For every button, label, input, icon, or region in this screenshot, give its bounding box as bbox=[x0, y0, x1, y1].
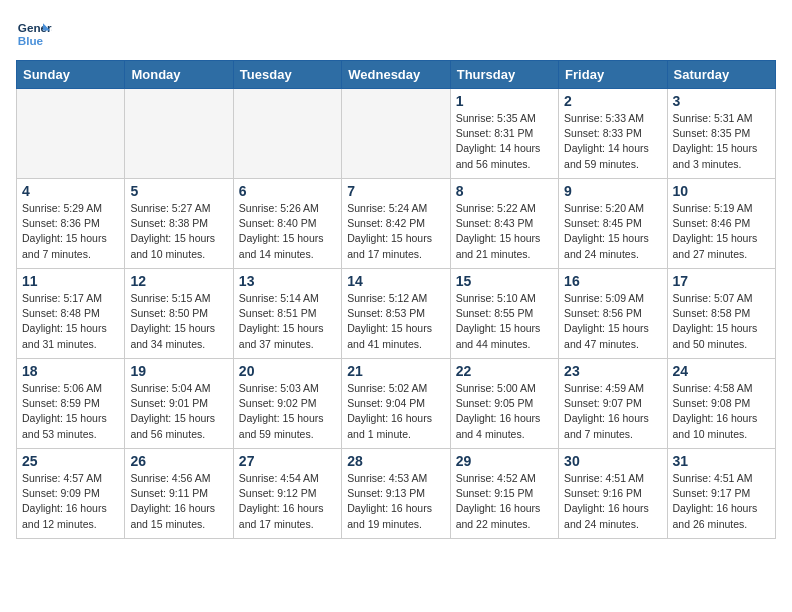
calendar-cell: 31Sunrise: 4:51 AMSunset: 9:17 PMDayligh… bbox=[667, 449, 775, 539]
day-number: 3 bbox=[673, 93, 770, 109]
day-info: Sunrise: 5:33 AMSunset: 8:33 PMDaylight:… bbox=[564, 111, 661, 172]
weekday-header: Monday bbox=[125, 61, 233, 89]
day-info: Sunrise: 4:59 AMSunset: 9:07 PMDaylight:… bbox=[564, 381, 661, 442]
day-info: Sunrise: 5:06 AMSunset: 8:59 PMDaylight:… bbox=[22, 381, 119, 442]
day-number: 1 bbox=[456, 93, 553, 109]
day-number: 9 bbox=[564, 183, 661, 199]
calendar-cell: 18Sunrise: 5:06 AMSunset: 8:59 PMDayligh… bbox=[17, 359, 125, 449]
day-number: 18 bbox=[22, 363, 119, 379]
calendar-cell: 30Sunrise: 4:51 AMSunset: 9:16 PMDayligh… bbox=[559, 449, 667, 539]
day-info: Sunrise: 5:14 AMSunset: 8:51 PMDaylight:… bbox=[239, 291, 336, 352]
day-info: Sunrise: 5:03 AMSunset: 9:02 PMDaylight:… bbox=[239, 381, 336, 442]
day-number: 14 bbox=[347, 273, 444, 289]
calendar-cell: 13Sunrise: 5:14 AMSunset: 8:51 PMDayligh… bbox=[233, 269, 341, 359]
calendar-cell: 28Sunrise: 4:53 AMSunset: 9:13 PMDayligh… bbox=[342, 449, 450, 539]
calendar-cell bbox=[342, 89, 450, 179]
calendar-cell: 15Sunrise: 5:10 AMSunset: 8:55 PMDayligh… bbox=[450, 269, 558, 359]
calendar-cell: 7Sunrise: 5:24 AMSunset: 8:42 PMDaylight… bbox=[342, 179, 450, 269]
calendar-body: 1Sunrise: 5:35 AMSunset: 8:31 PMDaylight… bbox=[17, 89, 776, 539]
calendar-cell: 11Sunrise: 5:17 AMSunset: 8:48 PMDayligh… bbox=[17, 269, 125, 359]
day-info: Sunrise: 4:58 AMSunset: 9:08 PMDaylight:… bbox=[673, 381, 770, 442]
day-number: 16 bbox=[564, 273, 661, 289]
day-info: Sunrise: 5:31 AMSunset: 8:35 PMDaylight:… bbox=[673, 111, 770, 172]
day-number: 31 bbox=[673, 453, 770, 469]
day-number: 5 bbox=[130, 183, 227, 199]
day-number: 6 bbox=[239, 183, 336, 199]
day-info: Sunrise: 5:10 AMSunset: 8:55 PMDaylight:… bbox=[456, 291, 553, 352]
day-number: 17 bbox=[673, 273, 770, 289]
calendar-week-row: 4Sunrise: 5:29 AMSunset: 8:36 PMDaylight… bbox=[17, 179, 776, 269]
day-number: 7 bbox=[347, 183, 444, 199]
page-header: General Blue bbox=[16, 16, 776, 52]
day-info: Sunrise: 5:15 AMSunset: 8:50 PMDaylight:… bbox=[130, 291, 227, 352]
calendar-cell: 5Sunrise: 5:27 AMSunset: 8:38 PMDaylight… bbox=[125, 179, 233, 269]
calendar-cell: 26Sunrise: 4:56 AMSunset: 9:11 PMDayligh… bbox=[125, 449, 233, 539]
calendar-week-row: 1Sunrise: 5:35 AMSunset: 8:31 PMDaylight… bbox=[17, 89, 776, 179]
calendar-cell: 17Sunrise: 5:07 AMSunset: 8:58 PMDayligh… bbox=[667, 269, 775, 359]
calendar-cell: 8Sunrise: 5:22 AMSunset: 8:43 PMDaylight… bbox=[450, 179, 558, 269]
day-info: Sunrise: 5:27 AMSunset: 8:38 PMDaylight:… bbox=[130, 201, 227, 262]
calendar-cell: 21Sunrise: 5:02 AMSunset: 9:04 PMDayligh… bbox=[342, 359, 450, 449]
calendar-cell: 16Sunrise: 5:09 AMSunset: 8:56 PMDayligh… bbox=[559, 269, 667, 359]
day-info: Sunrise: 5:22 AMSunset: 8:43 PMDaylight:… bbox=[456, 201, 553, 262]
calendar-cell: 3Sunrise: 5:31 AMSunset: 8:35 PMDaylight… bbox=[667, 89, 775, 179]
day-number: 25 bbox=[22, 453, 119, 469]
day-number: 30 bbox=[564, 453, 661, 469]
day-info: Sunrise: 5:09 AMSunset: 8:56 PMDaylight:… bbox=[564, 291, 661, 352]
day-info: Sunrise: 5:00 AMSunset: 9:05 PMDaylight:… bbox=[456, 381, 553, 442]
weekday-header: Tuesday bbox=[233, 61, 341, 89]
day-info: Sunrise: 4:57 AMSunset: 9:09 PMDaylight:… bbox=[22, 471, 119, 532]
day-info: Sunrise: 5:02 AMSunset: 9:04 PMDaylight:… bbox=[347, 381, 444, 442]
day-number: 20 bbox=[239, 363, 336, 379]
day-number: 21 bbox=[347, 363, 444, 379]
day-number: 28 bbox=[347, 453, 444, 469]
day-info: Sunrise: 5:12 AMSunset: 8:53 PMDaylight:… bbox=[347, 291, 444, 352]
day-info: Sunrise: 5:20 AMSunset: 8:45 PMDaylight:… bbox=[564, 201, 661, 262]
day-info: Sunrise: 5:19 AMSunset: 8:46 PMDaylight:… bbox=[673, 201, 770, 262]
day-info: Sunrise: 4:51 AMSunset: 9:16 PMDaylight:… bbox=[564, 471, 661, 532]
calendar-cell: 6Sunrise: 5:26 AMSunset: 8:40 PMDaylight… bbox=[233, 179, 341, 269]
day-info: Sunrise: 4:52 AMSunset: 9:15 PMDaylight:… bbox=[456, 471, 553, 532]
weekday-header: Saturday bbox=[667, 61, 775, 89]
calendar-week-row: 11Sunrise: 5:17 AMSunset: 8:48 PMDayligh… bbox=[17, 269, 776, 359]
day-number: 19 bbox=[130, 363, 227, 379]
weekday-header: Sunday bbox=[17, 61, 125, 89]
weekday-header: Friday bbox=[559, 61, 667, 89]
day-number: 27 bbox=[239, 453, 336, 469]
day-number: 2 bbox=[564, 93, 661, 109]
calendar-cell: 10Sunrise: 5:19 AMSunset: 8:46 PMDayligh… bbox=[667, 179, 775, 269]
day-info: Sunrise: 5:07 AMSunset: 8:58 PMDaylight:… bbox=[673, 291, 770, 352]
day-number: 22 bbox=[456, 363, 553, 379]
calendar-cell bbox=[233, 89, 341, 179]
day-info: Sunrise: 4:54 AMSunset: 9:12 PMDaylight:… bbox=[239, 471, 336, 532]
day-info: Sunrise: 4:53 AMSunset: 9:13 PMDaylight:… bbox=[347, 471, 444, 532]
calendar-cell bbox=[125, 89, 233, 179]
calendar-cell: 29Sunrise: 4:52 AMSunset: 9:15 PMDayligh… bbox=[450, 449, 558, 539]
calendar-cell: 20Sunrise: 5:03 AMSunset: 9:02 PMDayligh… bbox=[233, 359, 341, 449]
day-info: Sunrise: 5:26 AMSunset: 8:40 PMDaylight:… bbox=[239, 201, 336, 262]
day-number: 8 bbox=[456, 183, 553, 199]
day-number: 29 bbox=[456, 453, 553, 469]
logo-icon: General Blue bbox=[16, 16, 52, 52]
calendar-cell: 14Sunrise: 5:12 AMSunset: 8:53 PMDayligh… bbox=[342, 269, 450, 359]
logo: General Blue bbox=[16, 16, 52, 52]
calendar-cell: 23Sunrise: 4:59 AMSunset: 9:07 PMDayligh… bbox=[559, 359, 667, 449]
day-info: Sunrise: 5:04 AMSunset: 9:01 PMDaylight:… bbox=[130, 381, 227, 442]
calendar-week-row: 25Sunrise: 4:57 AMSunset: 9:09 PMDayligh… bbox=[17, 449, 776, 539]
day-number: 12 bbox=[130, 273, 227, 289]
day-number: 13 bbox=[239, 273, 336, 289]
calendar-cell: 1Sunrise: 5:35 AMSunset: 8:31 PMDaylight… bbox=[450, 89, 558, 179]
svg-text:Blue: Blue bbox=[18, 34, 44, 47]
calendar-cell: 19Sunrise: 5:04 AMSunset: 9:01 PMDayligh… bbox=[125, 359, 233, 449]
day-number: 24 bbox=[673, 363, 770, 379]
calendar-cell: 2Sunrise: 5:33 AMSunset: 8:33 PMDaylight… bbox=[559, 89, 667, 179]
day-info: Sunrise: 4:51 AMSunset: 9:17 PMDaylight:… bbox=[673, 471, 770, 532]
calendar-header-row: SundayMondayTuesdayWednesdayThursdayFrid… bbox=[17, 61, 776, 89]
calendar-cell: 9Sunrise: 5:20 AMSunset: 8:45 PMDaylight… bbox=[559, 179, 667, 269]
day-number: 26 bbox=[130, 453, 227, 469]
calendar-week-row: 18Sunrise: 5:06 AMSunset: 8:59 PMDayligh… bbox=[17, 359, 776, 449]
calendar-cell: 24Sunrise: 4:58 AMSunset: 9:08 PMDayligh… bbox=[667, 359, 775, 449]
calendar-cell: 27Sunrise: 4:54 AMSunset: 9:12 PMDayligh… bbox=[233, 449, 341, 539]
day-number: 23 bbox=[564, 363, 661, 379]
day-info: Sunrise: 5:29 AMSunset: 8:36 PMDaylight:… bbox=[22, 201, 119, 262]
